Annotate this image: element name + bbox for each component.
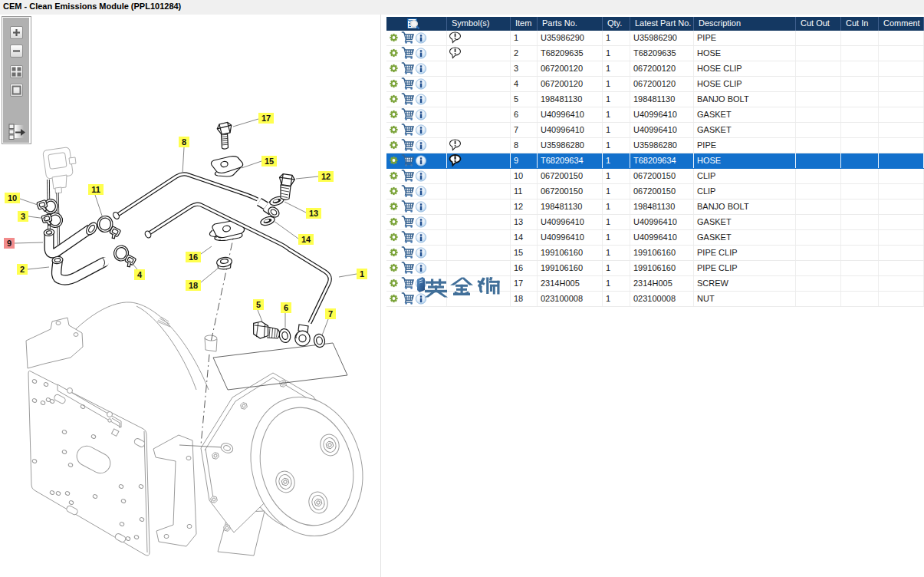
svg-text:3: 3: [21, 212, 25, 221]
svg-text:7: 7: [328, 309, 333, 318]
svg-text:2: 2: [20, 265, 25, 274]
svg-text:14: 14: [301, 235, 311, 244]
svg-text:8: 8: [182, 137, 186, 147]
svg-text:11: 11: [91, 185, 100, 194]
svg-text:9: 9: [7, 239, 12, 248]
svg-text:13: 13: [309, 209, 318, 218]
svg-text:12: 12: [321, 172, 330, 181]
svg-text:6: 6: [284, 303, 288, 312]
svg-text:18: 18: [189, 281, 198, 290]
svg-text:17: 17: [261, 114, 271, 123]
svg-text:10: 10: [8, 193, 17, 203]
svg-text:4: 4: [137, 270, 143, 279]
svg-text:5: 5: [256, 300, 261, 309]
svg-text:1: 1: [360, 269, 364, 279]
svg-text:16: 16: [189, 252, 198, 262]
svg-text:15: 15: [265, 157, 274, 166]
